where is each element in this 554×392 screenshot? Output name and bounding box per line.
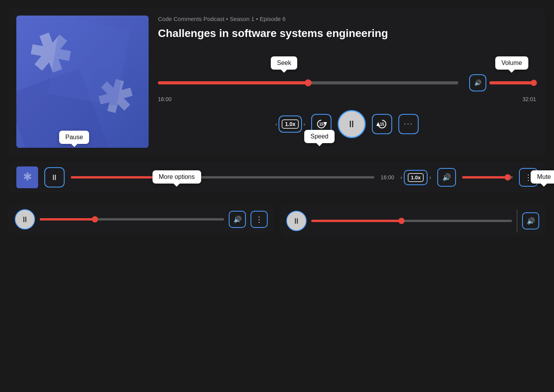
svg-text:15: 15 bbox=[380, 122, 385, 126]
mini-volume-button[interactable]: 🔊 bbox=[437, 168, 456, 187]
speed-next-icon[interactable]: › bbox=[303, 121, 305, 127]
svg-rect-5 bbox=[48, 17, 130, 106]
nano-left-fill bbox=[40, 218, 95, 220]
speed-control: ‹ 1.0x › bbox=[275, 116, 305, 133]
mini-speed-next[interactable]: › bbox=[429, 174, 431, 180]
mini-album-art: ✱ bbox=[16, 166, 38, 188]
mini-seek-bar[interactable] bbox=[71, 176, 374, 178]
skip-forward-button[interactable]: 15 bbox=[372, 114, 392, 134]
nano-right-play-pause[interactable]: ⏸ bbox=[286, 211, 307, 231]
skip-back-icon: 15 bbox=[316, 119, 327, 130]
mini-player-wrapper: Pause Speed ✱ ⏸ 16:00 ‹ 1.0x › bbox=[9, 162, 545, 199]
seek-tooltip: Seek bbox=[271, 56, 297, 70]
mini-pause-icon: ⏸ bbox=[51, 173, 58, 182]
nano-left-pause-icon: ⏸ bbox=[21, 215, 29, 224]
mini-play-pause-button[interactable]: ⏸ bbox=[44, 167, 65, 187]
svg-text:15: 15 bbox=[319, 122, 324, 126]
speed-button[interactable]: 1.0x bbox=[279, 116, 302, 133]
seek-thumb[interactable] bbox=[305, 79, 312, 86]
nano-left-volume-icon: 🔊 bbox=[233, 215, 242, 224]
seek-bar[interactable] bbox=[158, 81, 458, 84]
volume-slider[interactable] bbox=[489, 81, 536, 84]
more-options-tooltip: More options bbox=[153, 170, 201, 184]
bottom-row: More options ⏸ 🔊 ⋮ Mute ⏸ bbox=[9, 205, 545, 236]
current-time: 16:00 bbox=[158, 96, 177, 102]
nano-left-seek-bar[interactable] bbox=[40, 218, 224, 220]
nano-right-thumb[interactable] bbox=[398, 218, 405, 224]
nano-left-more-button[interactable]: ⋮ bbox=[251, 211, 268, 228]
player-info: Code Comments Podcast • Season 1 • Episo… bbox=[158, 16, 536, 138]
nano-right-pause-icon: ⏸ bbox=[293, 217, 300, 226]
nano-left-thumb[interactable] bbox=[92, 216, 98, 222]
episode-meta: Code Comments Podcast • Season 1 • Episo… bbox=[158, 16, 536, 22]
speed-prev-icon[interactable]: ‹ bbox=[275, 121, 277, 127]
mini-volume-slider[interactable] bbox=[462, 176, 513, 178]
divider bbox=[517, 209, 517, 233]
seek-bar-row: 🔊 bbox=[158, 74, 536, 91]
time-labels: 16:00 32:01 bbox=[158, 96, 536, 102]
nano-left-more-icon: ⋮ bbox=[255, 215, 263, 224]
nano-player-right: ⏸ 🔊 bbox=[280, 205, 545, 236]
nano-right-volume-button[interactable]: 🔊 bbox=[522, 212, 539, 229]
nano-right-volume-icon: 🔊 bbox=[527, 217, 535, 225]
mute-tooltip: Mute bbox=[531, 170, 554, 184]
mini-volume-icon: 🔊 bbox=[442, 173, 451, 182]
volume-control: 🔊 bbox=[469, 74, 536, 91]
seek-fill bbox=[158, 81, 308, 84]
bottom-right-wrapper: Mute ⏸ 🔊 bbox=[280, 205, 545, 236]
controls-row: ‹ 1.0x › bbox=[158, 110, 536, 138]
volume-thumb[interactable] bbox=[531, 80, 537, 86]
mini-volume-fill bbox=[462, 176, 508, 178]
more-options-button[interactable]: ··· bbox=[398, 114, 419, 134]
svg-text:✱: ✱ bbox=[23, 171, 32, 183]
mini-speed-value: 1.0x bbox=[408, 173, 424, 182]
nano-right-fill bbox=[311, 220, 401, 222]
nano-right-seek-bar[interactable] bbox=[311, 220, 512, 222]
nano-left-volume-button[interactable]: 🔊 bbox=[229, 211, 246, 228]
volume-icon-btn[interactable]: 🔊 bbox=[469, 74, 486, 91]
speed-value: 1.0x bbox=[282, 119, 298, 129]
bottom-left-wrapper: More options ⏸ 🔊 ⋮ bbox=[9, 205, 274, 236]
total-time: 32:01 bbox=[517, 96, 536, 102]
nano-left-play-pause[interactable]: ⏸ bbox=[15, 209, 35, 229]
speed-tooltip: Speed bbox=[304, 130, 335, 143]
mini-current-time: 16:00 bbox=[380, 174, 394, 180]
play-pause-button[interactable]: ⏸ bbox=[338, 110, 366, 138]
mini-speed-prev[interactable]: ‹ bbox=[400, 174, 402, 180]
volume-icon: 🔊 bbox=[474, 79, 482, 86]
album-art: ✱ ✱ bbox=[16, 16, 149, 148]
volume-fill bbox=[489, 81, 534, 84]
nano-player-left: ⏸ 🔊 ⋮ bbox=[9, 205, 274, 233]
mini-volume-thumb[interactable] bbox=[505, 174, 511, 180]
skip-forward-icon: 15 bbox=[377, 119, 387, 130]
pause-tooltip: Pause bbox=[59, 131, 89, 144]
more-options-icon: ··· bbox=[404, 120, 413, 128]
mini-speed-button[interactable]: 1.0x bbox=[404, 170, 428, 185]
mini-speed-control: ‹ 1.0x › bbox=[400, 170, 431, 185]
volume-tooltip: Volume bbox=[495, 56, 528, 70]
episode-title: Challenges in software systems engineeri… bbox=[158, 27, 536, 40]
pause-icon: ⏸ bbox=[347, 119, 356, 130]
mini-player: ✱ ⏸ 16:00 ‹ 1.0x › 🔊 bbox=[9, 162, 545, 193]
